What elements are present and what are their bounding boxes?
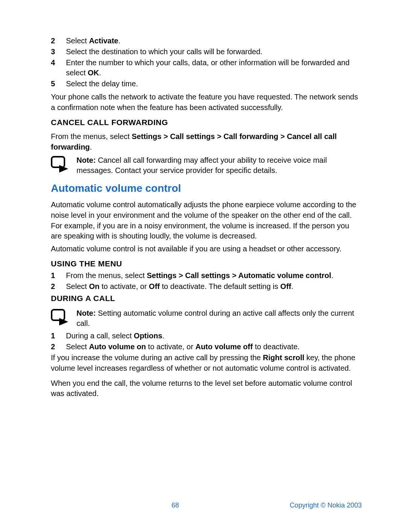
- note-icon: [51, 309, 70, 326]
- cancel-heading: CANCEL CALL FORWARDING: [51, 118, 362, 127]
- note-block-2: Note: Setting automatic volume control d…: [51, 308, 362, 329]
- page: 2Select Activate.3Select the destination…: [0, 0, 407, 532]
- step-text: Select the delay time.: [66, 79, 362, 89]
- step-text: Select On to activate, or Off to deactiv…: [66, 281, 362, 292]
- during-para1: If you increase the volume during an act…: [51, 353, 362, 373]
- step-text: From the menus, select Settings > Call s…: [66, 271, 362, 281]
- using-heading: USING THE MENU: [51, 259, 362, 268]
- step-number: 1: [51, 271, 66, 281]
- step-number: 1: [51, 331, 66, 341]
- svg-rect-0: [52, 157, 64, 167]
- step-number: 3: [51, 47, 66, 57]
- note-text-2: Note: Setting automatic volume control d…: [77, 308, 362, 329]
- step-item: 4Enter the number to which your calls, d…: [51, 58, 362, 78]
- note-body: Setting automatic volume control during …: [77, 309, 354, 327]
- step-number: 2: [51, 342, 66, 352]
- note-label: Note:: [77, 156, 96, 164]
- note-body: Cancel all call forwarding may affect yo…: [77, 156, 327, 174]
- step-item: 1During a call, select Options.: [51, 331, 362, 341]
- step-item: 1From the menus, select Settings > Call …: [51, 271, 362, 281]
- avc-para1: Automatic volume control automatically a…: [51, 200, 362, 241]
- step-text: Select the destination to which your cal…: [66, 47, 362, 57]
- step-item: 2Select Auto volume on to activate, or A…: [51, 342, 362, 352]
- footer: 68 Copyright © Nokia 2003: [51, 501, 362, 509]
- step-text: Select Auto volume on to activate, or Au…: [66, 342, 362, 352]
- note-text-1: Note: Cancel all call forwarding may aff…: [77, 155, 362, 176]
- cancel-para-after: .: [90, 143, 92, 151]
- para-top: Your phone calls the network to activate…: [51, 92, 362, 113]
- step-item: 3Select the destination to which your ca…: [51, 47, 362, 57]
- step-text: Enter the number to which your calls, da…: [66, 58, 362, 78]
- step-number: 2: [51, 281, 66, 292]
- using-steps: 1From the menus, select Settings > Call …: [51, 271, 362, 292]
- step-item: 2Select On to activate, or Off to deacti…: [51, 281, 362, 292]
- cancel-para-before: From the menus, select: [51, 132, 132, 141]
- step-number: 4: [51, 58, 66, 68]
- note-block-1: Note: Cancel all call forwarding may aff…: [51, 155, 362, 176]
- step-item: 5Select the delay time.: [51, 79, 362, 89]
- note-icon: [51, 156, 70, 173]
- section-heading: Automatic volume control: [51, 182, 362, 194]
- step-number: 2: [51, 36, 66, 46]
- step-number: 5: [51, 79, 66, 89]
- during-para2: When you end the call, the volume return…: [51, 378, 362, 399]
- copyright: Copyright © Nokia 2003: [290, 501, 362, 509]
- step-text: Select Activate.: [66, 36, 362, 46]
- steps-top: 2Select Activate.3Select the destination…: [51, 36, 362, 90]
- during-heading: DURING A CALL: [51, 294, 362, 303]
- page-number: 68: [171, 501, 179, 509]
- cancel-para: From the menus, select Settings > Call s…: [51, 131, 362, 152]
- during-steps: 1During a call, select Options.2Select A…: [51, 331, 362, 353]
- step-item: 2Select Activate.: [51, 36, 362, 46]
- svg-rect-2: [52, 310, 64, 320]
- avc-para2: Automatic volume control is not availabl…: [51, 244, 362, 254]
- note-label: Note:: [77, 309, 96, 317]
- step-text: During a call, select Options.: [66, 331, 362, 341]
